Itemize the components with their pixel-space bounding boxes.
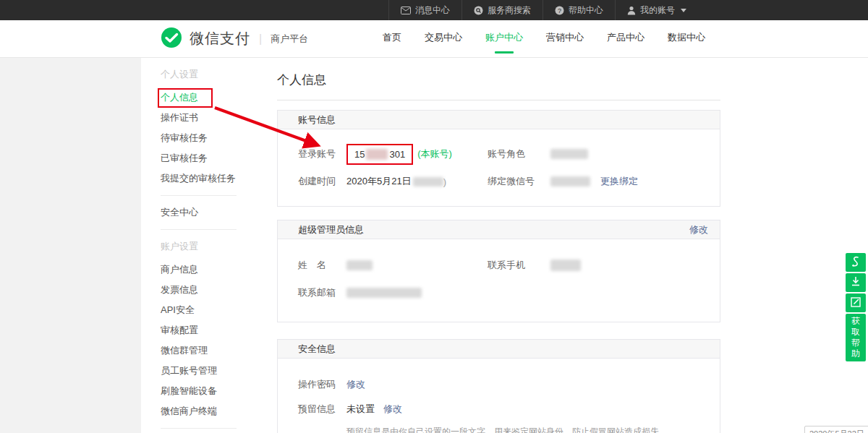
site-header: 微信支付 | 商户平台 首页 交易中心 账户中心 营销中心 产品中心 数据中心 (0, 20, 868, 58)
sidebar-item-invoice-info[interactable]: 发票信息 (161, 280, 250, 300)
sidebar: 个人设置 个人信息 操作证书 待审核任务 已审核任务 我提交的审核任务 安全中心… (141, 58, 250, 433)
sidebar-item-wechat-group-management[interactable]: 微信群管理 (161, 340, 250, 361)
sidebar-item-staff-account-management[interactable]: 员工账号管理 (161, 361, 250, 381)
nav-data-center[interactable]: 数据中心 (668, 27, 705, 51)
admin-edit-link[interactable]: 修改 (689, 223, 708, 236)
admin-email-redacted (346, 288, 422, 298)
sidebar-divider (161, 229, 237, 230)
description-line: 预留信息是由你自己设置的一段文字，用来鉴定网站身份，防止假冒网站造成损失。 (346, 425, 708, 433)
nav-trade-center[interactable]: 交易中心 (425, 27, 462, 51)
created-time-trailing: ) (443, 176, 446, 187)
login-account-redacted (366, 149, 388, 160)
help-circle-icon: ? (555, 6, 564, 15)
sidebar-group-title-account-settings: 账户设置 (161, 236, 250, 257)
admin-name-label: 姓 名 (298, 259, 346, 272)
download-button[interactable] (846, 273, 866, 292)
topbar-item-help-center[interactable]: ? 帮助中心 (542, 0, 615, 20)
admin-phone-label: 联系手机 (488, 259, 550, 272)
rebind-link[interactable]: 更换绑定 (600, 175, 638, 188)
wechat-pay-logo-icon (161, 27, 182, 51)
section-title: 账号信息 (298, 113, 336, 127)
sidebar-item-merchant-info[interactable]: 商户信息 (161, 260, 250, 280)
reserved-info-label: 预留信息 (298, 403, 346, 416)
get-help-button[interactable]: 获取帮助 (846, 314, 866, 361)
sidebar-item-my-submitted-tasks[interactable]: 我提交的审核任务 (161, 168, 250, 189)
page: 消息中心 服务商搜索 ? 帮助中心 我的账号 微信支付 (0, 0, 868, 433)
sidebar-item-api-security[interactable]: API安全 (161, 300, 250, 320)
admin-email-label: 联系邮箱 (298, 286, 346, 299)
sidebar-item-personal-info[interactable]: 个人信息 (161, 87, 250, 108)
nav-home[interactable]: 首页 (383, 27, 401, 51)
main-panel: 个人信息 账号信息 登录账号 15 (250, 58, 868, 433)
brand-separator: | (259, 33, 262, 46)
login-account-note: (本账号) (417, 147, 452, 160)
brand-name: 微信支付 (190, 29, 250, 48)
topbar-item-provider-search[interactable]: 服务商搜索 (461, 0, 542, 20)
login-account-label: 登录账号 (298, 147, 346, 160)
sidebar-item-face-smart-device[interactable]: 刷脸智能设备 (161, 381, 250, 401)
sidebar-divider (161, 428, 237, 429)
super-admin-card: 超级管理员信息 修改 姓 名 联系手机 (277, 220, 720, 322)
login-account-prefix: 15 (354, 149, 365, 160)
get-help-label: 获取帮助 (851, 316, 861, 359)
account-info-card-header: 账号信息 (278, 111, 720, 129)
created-time-label: 创建时间 (298, 175, 346, 188)
topbar-item-message-center[interactable]: 消息中心 (388, 0, 461, 20)
super-admin-card-header: 超级管理员信息 修改 (278, 220, 720, 239)
sidebar-item-review-config[interactable]: 审核配置 (161, 320, 250, 340)
brand-portal-label: 商户平台 (271, 33, 308, 46)
account-info-card: 账号信息 登录账号 15 301 (本账号) (277, 110, 720, 207)
operation-password-label: 操作密码 (298, 378, 346, 391)
bound-wechat-label: 绑定微信号 (488, 175, 550, 188)
account-info-card-body: 登录账号 15 301 (本账号) 账号角色 (278, 129, 720, 206)
security-info-card: 安全信息 操作密码 修改 预留信息 未设置 修改 预留信息是由你自己设置的一段文… (277, 339, 720, 433)
admin-name-redacted (346, 260, 373, 270)
super-admin-card-body: 姓 名 联系手机 联系邮箱 (278, 239, 720, 322)
sidebar-divider (161, 195, 237, 196)
created-time-value: 2020年5月21日 (346, 175, 412, 188)
page-title: 个人信息 (277, 58, 868, 88)
nav-marketing-center[interactable]: 营销中心 (546, 27, 584, 51)
nav-product-center[interactable]: 产品中心 (607, 27, 644, 51)
nav-account-center[interactable]: 账户中心 (485, 27, 523, 51)
account-role-redacted (550, 149, 588, 159)
caret-down-icon (681, 9, 686, 12)
hotline-button[interactable] (846, 253, 866, 272)
date-tooltip: 2020年5月22日 (804, 426, 868, 433)
svg-text:?: ? (558, 7, 561, 14)
link-hook-icon (851, 256, 861, 270)
topbar-item-label: 我的账号 (640, 4, 675, 17)
reserved-info-edit-link[interactable]: 修改 (383, 403, 402, 416)
search-circle-icon (474, 6, 483, 15)
edit-feedback-icon (851, 297, 861, 309)
feedback-button[interactable] (846, 293, 866, 312)
topbar-item-my-account[interactable]: 我的账号 (615, 0, 698, 20)
section-title: 安全信息 (298, 343, 336, 356)
topbar-item-label: 消息中心 (415, 4, 450, 17)
user-icon (627, 6, 636, 15)
sidebar-group-title-personal-settings: 个人设置 (161, 64, 250, 85)
account-role-label: 账号角色 (488, 147, 550, 160)
operation-password-edit-link[interactable]: 修改 (346, 378, 365, 391)
topbar-item-label: 帮助中心 (569, 4, 603, 17)
download-icon (851, 276, 861, 289)
topbar-item-label: 服务商搜索 (488, 4, 531, 17)
login-account-annotation-box: 15 301 (346, 144, 413, 165)
login-account-suffix: 301 (389, 149, 405, 160)
content-area: 个人设置 个人信息 操作证书 待审核任务 已审核任务 我提交的审核任务 安全中心… (0, 58, 868, 433)
mail-icon (401, 7, 411, 14)
main-nav: 首页 交易中心 账户中心 营销中心 产品中心 数据中心 (383, 27, 705, 51)
admin-phone-redacted (550, 260, 581, 271)
section-title: 超级管理员信息 (298, 223, 364, 236)
sidebar-item-security-center[interactable]: 安全中心 (161, 202, 250, 223)
security-info-card-header: 安全信息 (278, 340, 720, 359)
brand: 微信支付 | 商户平台 (161, 27, 308, 51)
floating-help-panel: 获取帮助 (846, 253, 866, 361)
security-info-card-body: 操作密码 修改 预留信息 未设置 修改 预留信息是由你自己设置的一段文字，用来鉴… (278, 359, 720, 433)
sidebar-item-pending-review-tasks[interactable]: 待审核任务 (161, 128, 250, 148)
sidebar-item-operation-certificate[interactable]: 操作证书 (161, 108, 250, 128)
reserved-info-value: 未设置 (346, 403, 375, 416)
created-time-redacted (413, 177, 443, 187)
sidebar-item-wechat-merchant-terminal[interactable]: 微信商户终端 (161, 401, 250, 421)
sidebar-item-reviewed-tasks[interactable]: 已审核任务 (161, 148, 250, 168)
